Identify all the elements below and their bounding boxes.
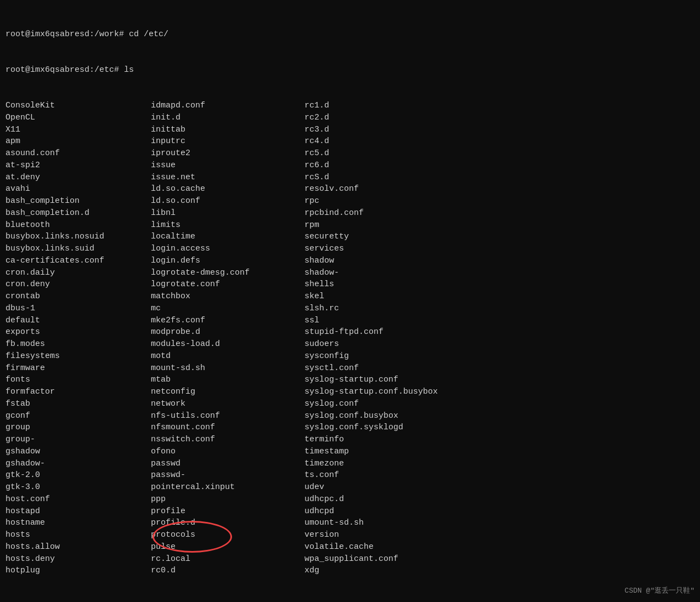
ls-output: ConsoleKitidmapd.confrc1.dOpenCLinit.drc… — [5, 100, 695, 577]
list-item: rc6.d — [304, 160, 695, 172]
list-item: hostapd — [5, 506, 151, 518]
list-item: sudoers — [304, 338, 695, 350]
list-item: rc5.d — [304, 147, 695, 160]
list-item: logrotate-dmesg.conf — [151, 267, 304, 279]
list-item: sysctl.conf — [304, 362, 695, 374]
list-item: rcS.d — [304, 172, 695, 184]
list-item: ca-certificates.conf — [5, 255, 151, 267]
list-item: default — [5, 315, 151, 327]
list-item: nsswitch.conf — [151, 434, 304, 446]
list-item: resolv.conf — [304, 183, 695, 195]
list-item: idmapd.conf — [151, 100, 304, 112]
list-item: hosts — [5, 529, 151, 541]
list-item: localtime — [151, 231, 304, 243]
list-item: modules-load.d — [151, 338, 304, 350]
list-item: libnl — [151, 207, 304, 219]
list-item: netconfig — [151, 386, 304, 398]
list-item: network — [151, 398, 304, 410]
list-item: gtk-3.0 — [5, 481, 151, 493]
list-item: inputrc — [151, 135, 304, 147]
list-item: passwd- — [151, 469, 304, 481]
list-item: profile — [151, 506, 304, 518]
list-item: gconf — [5, 410, 151, 422]
list-item: rpm — [304, 219, 695, 231]
list-item: inittab — [151, 124, 304, 136]
terminal-window: root@imx6qsabresd:/work# cd /etc/ root@i… — [5, 4, 695, 589]
list-item: rc0.d — [151, 565, 304, 577]
list-item: timezone — [304, 458, 695, 470]
list-item: login.access — [151, 243, 304, 255]
list-item: hosts.allow — [5, 541, 151, 553]
list-item: nfsmount.conf — [151, 422, 304, 434]
list-item: exports — [5, 326, 151, 338]
list-item: fb.modes — [5, 338, 151, 350]
list-item: at.deny — [5, 172, 151, 184]
list-item: services — [304, 243, 695, 255]
list-item: hostname — [5, 517, 151, 529]
list-item: nfs-utils.conf — [151, 410, 304, 422]
list-item: bash_completion — [5, 195, 151, 207]
list-item: mke2fs.conf — [151, 315, 304, 327]
list-item: shells — [304, 279, 695, 291]
list-item: ssl — [304, 315, 695, 327]
list-item: xdg — [304, 565, 695, 577]
list-item: asound.conf — [5, 147, 151, 160]
list-item: syslog.conf.busybox — [304, 410, 695, 422]
list-item: bash_completion.d — [5, 207, 151, 219]
list-item: terminfo — [304, 434, 695, 446]
list-item: rpc — [304, 195, 695, 207]
list-item: rc1.d — [304, 100, 695, 112]
list-item: pointercal.xinput — [151, 481, 304, 493]
list-item: gshadow — [5, 446, 151, 458]
list-item: login.defs — [151, 255, 304, 267]
list-item: OpenCL — [5, 112, 151, 124]
prompt-line-2: root@imx6qsabresd:/etc# ls — [5, 64, 695, 76]
list-item: udhcpd — [304, 506, 695, 518]
list-item: slsh.rc — [304, 303, 695, 315]
list-item: group — [5, 422, 151, 434]
list-item: wpa_supplicant.conf — [304, 553, 695, 565]
list-item: timestamp — [304, 446, 695, 458]
list-item: skel — [304, 291, 695, 303]
list-item: ld.so.conf — [151, 195, 304, 207]
list-item: volatile.cache — [304, 541, 695, 553]
list-item: version — [304, 529, 695, 541]
list-item: hosts.deny — [5, 553, 151, 565]
list-item: bluetooth — [5, 219, 151, 231]
list-item: matchbox — [151, 291, 304, 303]
list-item: profile.d — [151, 517, 304, 529]
list-item: X11 — [5, 124, 151, 136]
list-item: formfactor — [5, 386, 151, 398]
list-item: at-spi2 — [5, 160, 151, 172]
list-item: udhcpc.d — [304, 493, 695, 506]
list-item: gshadow- — [5, 458, 151, 470]
list-item: cron.deny — [5, 279, 151, 291]
list-item: iproute2 — [151, 147, 304, 160]
list-item: limits — [151, 219, 304, 231]
watermark: CSDN @"逛丢一只鞋" — [625, 586, 695, 597]
list-item: fstab — [5, 398, 151, 410]
list-item: modprobe.d — [151, 326, 304, 338]
list-item: cron.daily — [5, 267, 151, 279]
list-item: rpcbind.conf — [304, 207, 695, 219]
list-item: umount-sd.sh — [304, 517, 695, 529]
list-item: group- — [5, 434, 151, 446]
list-item: securetty — [304, 231, 695, 243]
list-item: shadow — [304, 255, 695, 267]
list-item: rc4.d — [304, 135, 695, 147]
list-item: issue.net — [151, 172, 304, 184]
list-item: mtab — [151, 374, 304, 386]
list-item: apm — [5, 135, 151, 147]
list-item: protocols — [151, 529, 304, 541]
list-item: udev — [304, 481, 695, 493]
list-item: syslog-startup.conf — [304, 374, 695, 386]
list-item: crontab — [5, 291, 151, 303]
list-item: rc3.d — [304, 124, 695, 136]
list-item: init.d — [151, 112, 304, 124]
list-item: mc — [151, 303, 304, 315]
list-item: fonts — [5, 374, 151, 386]
list-item: mount-sd.sh — [151, 362, 304, 374]
list-item: rc2.d — [304, 112, 695, 124]
list-item: pulse — [151, 541, 304, 553]
list-item: shadow- — [304, 267, 695, 279]
